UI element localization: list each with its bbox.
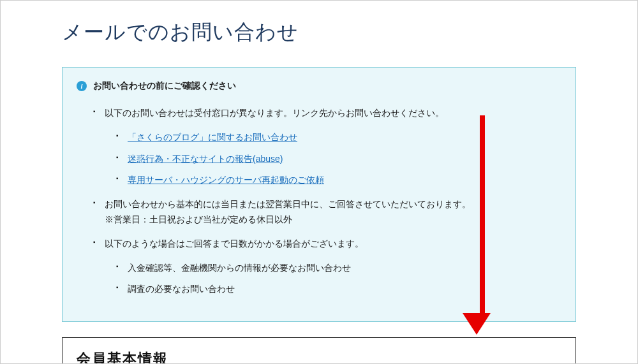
sub-list: 入金確認等、金融機関からの情報が必要なお問い合わせ 調査の必要なお問い合わせ bbox=[105, 261, 561, 298]
bullet-text: 以下のような場合はご回答まで日数がかかる場合がございます。 bbox=[105, 238, 364, 249]
bullet-note: ※営業日：土日祝および当社が定める休日以外 bbox=[105, 212, 561, 228]
bullet-text: 以下のお問い合わせは受付窓口が異なります。リンク先からお問い合わせください。 bbox=[105, 108, 444, 118]
section-title: 会員基本情報 bbox=[77, 349, 561, 364]
arrow-down-annotation bbox=[474, 115, 491, 335]
list-item: お問い合わせから基本的には当日または翌営業日中に、ご回答させていただいております… bbox=[93, 197, 561, 228]
list-item: 入金確認等、金融機関からの情報が必要なお問い合わせ bbox=[116, 261, 561, 276]
section-member-info: 会員基本情報 bbox=[62, 337, 576, 364]
bullet-text: お問い合わせから基本的には当日または翌営業日中に、ご回答させていただいております… bbox=[105, 197, 561, 212]
link-sakura-blog[interactable]: 「さくらのブログ」に関するお問い合わせ bbox=[128, 132, 297, 142]
list-item: 専用サーバ・ハウジングのサーバ再起動のご依頼 bbox=[116, 173, 561, 188]
page-title: メールでのお問い合わせ bbox=[62, 18, 576, 47]
link-server-reboot[interactable]: 専用サーバ・ハウジングのサーバ再起動のご依頼 bbox=[128, 175, 324, 185]
link-abuse-report[interactable]: 迷惑行為・不正なサイトの報告(abuse) bbox=[128, 154, 283, 164]
sub-item-text: 入金確認等、金融機関からの情報が必要なお問い合わせ bbox=[128, 263, 351, 273]
list-item: 迷惑行為・不正なサイトの報告(abuse) bbox=[116, 152, 561, 167]
sub-item-text: 調査の必要なお問い合わせ bbox=[128, 284, 235, 294]
info-box: i お問い合わせの前にご確認ください 以下のお問い合わせは受付窓口が異なります。… bbox=[62, 67, 576, 322]
info-icon: i bbox=[77, 81, 87, 91]
arrow-head-icon bbox=[463, 313, 491, 335]
info-box-title: お問い合わせの前にご確認ください bbox=[93, 80, 236, 92]
list-item: 「さくらのブログ」に関するお問い合わせ bbox=[116, 130, 561, 145]
info-title-row: i お問い合わせの前にご確認ください bbox=[77, 80, 561, 92]
list-item: 以下のお問い合わせは受付窓口が異なります。リンク先からお問い合わせください。 「… bbox=[93, 106, 561, 188]
arrow-shaft bbox=[480, 115, 485, 313]
list-item: 以下のような場合はご回答まで日数がかかる場合がございます。 入金確認等、金融機関… bbox=[93, 237, 561, 297]
link-list: 「さくらのブログ」に関するお問い合わせ 迷惑行為・不正なサイトの報告(abuse… bbox=[105, 130, 561, 188]
list-item: 調査の必要なお問い合わせ bbox=[116, 282, 561, 297]
